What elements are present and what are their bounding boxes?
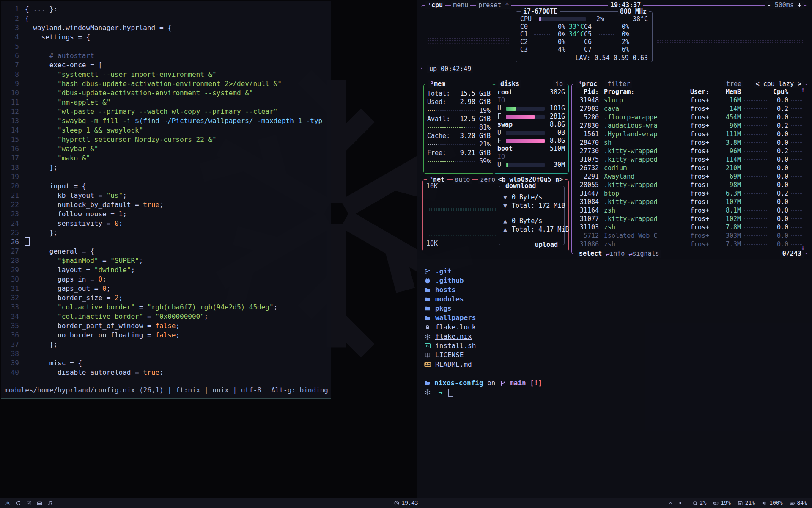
interval-minus-button[interactable]: - xyxy=(767,1,771,9)
process-row[interactable]: 31103zshfros+7.8M0.0 xyxy=(576,223,803,232)
editor-line[interactable]: 33 "col.active_border" = "rgb(cba6f7) rg… xyxy=(1,303,331,312)
editor-line[interactable]: 28 "$mainMod" = "SUPER"; xyxy=(1,256,331,265)
file-item[interactable]: wallpapers xyxy=(424,313,812,323)
file-item[interactable]: LICENSE xyxy=(424,351,812,360)
signals-action[interactable]: signals xyxy=(632,250,659,257)
process-row[interactable]: 28055.kitty-wrappedfros+98M0.0 xyxy=(576,181,803,189)
file-item[interactable]: flake.lock xyxy=(424,323,812,332)
editor-line[interactable]: 25 }; xyxy=(1,228,331,237)
waybar-disk-module[interactable]: 21% xyxy=(738,498,755,508)
editor-line[interactable]: 37 }; xyxy=(1,340,331,349)
editor-line[interactable]: 16 "waybar &" xyxy=(1,144,331,154)
process-row[interactable]: 27830.audacious-wrafros+96M0.2 xyxy=(576,121,803,130)
process-row[interactable]: 31075.kitty-wrappedfros+114M0.0 xyxy=(576,155,803,164)
process-row[interactable]: 5712Isolated Web Cfros+303M0.0 xyxy=(576,232,803,240)
editor-line[interactable]: 26 xyxy=(1,237,331,247)
disks-io-toggle[interactable]: io xyxy=(553,80,565,88)
waybar-keyboard-module[interactable] xyxy=(37,500,42,506)
process-row[interactable]: 1561.Hyprland-wrapfros+111M0.0 xyxy=(576,130,803,138)
process-row[interactable]: 28470shfros+3.8M0.0 xyxy=(576,138,803,147)
file-item[interactable]: .github xyxy=(424,276,812,285)
sort-prev-button[interactable]: < xyxy=(756,80,760,88)
editor-line[interactable]: 6 # autostart xyxy=(1,51,331,61)
file-item[interactable]: hosts xyxy=(424,285,812,295)
file-item[interactable]: flake.nix xyxy=(424,332,812,341)
proc-header-cpu[interactable]: Cpu% xyxy=(771,88,788,96)
process-row[interactable]: 27903cavafros+14M0.2 xyxy=(576,105,803,113)
editor-line[interactable]: 38 xyxy=(1,349,331,359)
editor-line[interactable]: 31 gaps_out = 0; xyxy=(1,284,331,293)
editor-line[interactable]: 19 xyxy=(1,172,331,182)
waybar-ram-module[interactable]: 19% xyxy=(713,498,730,508)
file-item[interactable]: pkgs xyxy=(424,304,812,313)
process-row[interactable]: 31447btopfros+6.3M0.2 xyxy=(576,189,803,198)
process-row[interactable]: 26732codiumfros+210M0.0 xyxy=(576,164,803,172)
file-item[interactable]: .git xyxy=(424,267,812,276)
select-action[interactable]: select xyxy=(579,250,602,257)
editor-line[interactable]: 27 general = { xyxy=(1,247,331,256)
process-row[interactable]: 31164zshfros+8.1M0.0 xyxy=(576,206,803,215)
proc-header-memb[interactable]: MemB xyxy=(717,88,741,96)
editor-line[interactable]: 2{ xyxy=(1,14,331,23)
editor-line[interactable]: 20 input = { xyxy=(1,182,331,191)
proc-header-program[interactable]: Program: xyxy=(599,88,689,96)
editor-line[interactable]: 23 follow_mouse = 1; xyxy=(1,210,331,219)
editor-line[interactable]: 5 xyxy=(1,42,331,51)
editor-line[interactable]: 9 "hash dbus-update-activation-environme… xyxy=(1,79,331,88)
editor-line[interactable]: 13 "swaybg -m fill -i $(find ~/Pictures/… xyxy=(1,116,331,126)
info-action[interactable]: info xyxy=(609,250,625,257)
file-item[interactable]: README.md xyxy=(424,360,812,369)
waybar-nix-module[interactable] xyxy=(5,500,11,506)
editor-line[interactable]: 4 settings = { xyxy=(1,33,331,42)
editor-line[interactable]: 17 "mako &" xyxy=(1,154,331,163)
waybar-refresh-module[interactable] xyxy=(16,500,21,506)
editor-line[interactable]: 34 "col.inactive_border" = "0x00000000"; xyxy=(1,312,331,321)
file-item[interactable]: install.sh xyxy=(424,341,812,351)
editor-line[interactable]: 8 "systemctl --user import-environment &… xyxy=(1,70,331,79)
proc-tree-button[interactable]: tree xyxy=(724,80,743,88)
process-row[interactable]: 27730.kitty-wrappedfros+96M0.2 xyxy=(576,147,803,155)
net-zero-button[interactable]: zero xyxy=(478,176,497,184)
editor-line[interactable]: 36 no_border_on_floating = false; xyxy=(1,331,331,340)
editor-line[interactable]: 32 border_size = 2; xyxy=(1,293,331,303)
menu-button[interactable]: menu xyxy=(451,1,470,9)
editor-line[interactable]: 21 kb_layout = "us"; xyxy=(1,191,331,200)
editor-line[interactable]: 35 border_part_of_window = false; xyxy=(1,321,331,331)
waybar-chip-module[interactable]: 2% xyxy=(692,498,707,508)
editor-line[interactable]: 30 gaps_in = 0; xyxy=(1,275,331,284)
interval-plus-button[interactable]: + xyxy=(798,1,801,9)
scroll-up-indicator[interactable]: ↑ xyxy=(801,86,805,94)
editor-line[interactable]: 1{ ... }: xyxy=(1,5,331,14)
editor-line[interactable]: 11 "nm-applet &" xyxy=(1,98,331,107)
editor-line[interactable]: 3 wayland.windowManager.hyprland = { xyxy=(1,23,331,33)
editor-line[interactable]: 18 ]; xyxy=(1,163,331,172)
waybar-speaker-module[interactable]: 100% xyxy=(762,498,782,508)
editor-line[interactable]: 7 exec-once = [ xyxy=(1,61,331,70)
waybar-music-module[interactable] xyxy=(47,500,53,506)
net-next-button[interactable]: n> xyxy=(555,176,563,183)
waybar-battery-module[interactable]: 84% xyxy=(790,498,807,508)
proc-filter-button[interactable]: filter xyxy=(605,80,632,88)
proc-header-user[interactable]: User: xyxy=(689,88,717,96)
editor-line[interactable]: 40 disable_autoreload = true; xyxy=(1,368,331,377)
preset-button[interactable]: preset * xyxy=(476,1,511,9)
file-item[interactable]: modules xyxy=(424,295,812,304)
process-row[interactable]: 2291Xwaylandfros+69M0.0 xyxy=(576,172,803,181)
process-row[interactable]: 5280.floorp-wrappefros+454M0.0 xyxy=(576,113,803,121)
process-row[interactable]: 31077.kitty-wrappedfros+102M0.0 xyxy=(576,215,803,223)
waybar-tray-chevron-up[interactable] xyxy=(668,500,673,506)
editor-line[interactable]: 22 numlock_by_default = true; xyxy=(1,200,331,210)
waybar-tray-dot[interactable] xyxy=(678,500,683,506)
process-row[interactable]: 31086zshfros+7.3M0.0 xyxy=(576,240,803,248)
waybar-clock-module[interactable]: 19:43 xyxy=(394,498,418,508)
process-row[interactable]: 31948slurpfros+16M0.0 xyxy=(576,96,803,105)
waybar-check-module[interactable] xyxy=(26,500,32,506)
editor-line[interactable]: 29 layout = "dwindle"; xyxy=(1,265,331,275)
net-auto-button[interactable]: auto xyxy=(453,176,472,184)
editor-line[interactable]: 14 "sleep 1 && swaylock" xyxy=(1,126,331,135)
editor-line[interactable]: 12 "wl-paste --primary --watch wl-copy -… xyxy=(1,107,331,116)
proc-header-pid[interactable]: Pid: xyxy=(576,88,599,96)
editor-line[interactable]: 10 "dbus-update-activation-environment -… xyxy=(1,88,331,98)
editor-line[interactable]: 15 "hyprctl setcursor Nordzy-cursors 22 … xyxy=(1,135,331,144)
process-row[interactable]: 31084.kitty-wrappedfros+107M0.0 xyxy=(576,198,803,206)
